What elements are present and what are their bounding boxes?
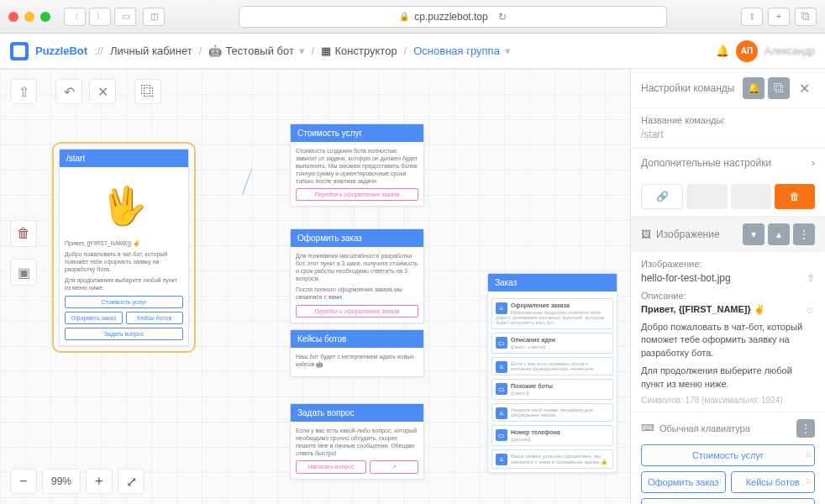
desc-label: Описание: (641, 291, 815, 301)
close-icon[interactable]: ✕ (793, 77, 815, 99)
text-icon: ≡ (496, 361, 507, 373)
drag-handle-icon[interactable]: ⠿ (806, 451, 811, 459)
grey-button[interactable] (731, 184, 771, 209)
url-bar[interactable]: 🔒 cp.puzzlebot.top ↻ (239, 6, 667, 28)
forward-button[interactable]: 〉 (89, 8, 111, 26)
sidebar-toggle[interactable]: ▭ (114, 8, 136, 26)
cancel-icon[interactable]: ✕ (89, 79, 116, 104)
node-button[interactable]: Написать вопрос (296, 460, 366, 474)
advanced-toggle[interactable]: Дополнительные настройки › (631, 148, 825, 177)
name-input[interactable]: /start (641, 129, 815, 140)
node-button[interactable]: Перейти к оформлению заказа (296, 305, 418, 318)
fit-screen-button[interactable]: ⤢ (118, 469, 145, 494)
duplicate-icon[interactable]: ⿻ (134, 79, 161, 104)
node-text: Для продолжения выберите любой пункт из … (65, 276, 183, 291)
text-icon: ≡ (496, 302, 507, 314)
crumb-bot[interactable]: 🤖 Тестовый бот ▾ (208, 45, 304, 57)
node-start[interactable]: /start 🖖 Привет, {[FIRST_NAME]} ✌️ Добро… (59, 149, 189, 346)
lock-icon: 🔒 (399, 12, 409, 21)
share-icon[interactable]: ⇪ (741, 8, 763, 26)
char-count: Символов: 178 (максимально: 1024) (641, 396, 815, 405)
undo-icon[interactable]: ↶ (55, 79, 82, 104)
upload-icon[interactable]: ⇧ (807, 272, 815, 284)
canvas-toolbar: ⇧ ↶ ✕ ⿻ (10, 79, 161, 104)
image-section-head[interactable]: 🖼 Изображение ▾ ▴ ⋮ (631, 217, 825, 252)
kb-button[interactable]: Кейсы ботов⠿ (731, 471, 816, 493)
bot-icon: 🤖 (208, 45, 222, 57)
canvas[interactable]: ⇧ ↶ ✕ ⿻ 🗑 ▣ − 99% + ⤢ (0, 69, 630, 504)
panel-title: Настройки команды (641, 82, 734, 94)
grid-icon: ▦ (321, 45, 331, 57)
nav-buttons: 〈 〉 ▭ (64, 8, 136, 26)
copy-icon[interactable]: ⿻ (768, 77, 790, 99)
chevron-down-icon: ▾ (299, 45, 305, 57)
frame-icon[interactable]: ▣ (10, 259, 37, 286)
brand-sep: :// (94, 45, 103, 57)
link-icon[interactable]: 🔗 (641, 184, 683, 209)
desc-text[interactable]: Для продолжения выберите любой пункт из … (641, 365, 815, 391)
logo-icon[interactable] (10, 42, 29, 60)
desc-text[interactable]: Добро пожаловать в чат-бот, который помо… (641, 321, 815, 360)
shield-icon[interactable]: ◫ (143, 8, 165, 26)
kb-button[interactable]: Стоимость услуг⠿ (641, 444, 815, 466)
more-icon[interactable]: ⋮ (793, 223, 815, 245)
node-button[interactable]: Стоимость услуг (65, 296, 183, 308)
username[interactable]: Александр (765, 45, 815, 57)
crumb-cabinet[interactable]: Личный кабинет (110, 45, 192, 57)
brand-text[interactable]: PuzzleBot (35, 45, 87, 57)
crumb-group[interactable]: Основная группа ▾ (413, 45, 511, 57)
chevron-down-icon: ▾ (505, 45, 511, 57)
node-text: Привет, {[FIRST_NAME]} ✌️ (65, 239, 183, 247)
bell-icon[interactable]: 🔔 (743, 77, 765, 99)
newtab-icon[interactable]: + (768, 8, 790, 26)
kb-button[interactable]: Оформить заказ⠿ (641, 471, 726, 493)
drag-handle-icon[interactable]: ⠿ (717, 478, 722, 486)
node-button[interactable]: Задать вопрос (65, 328, 183, 340)
node-button[interactable]: Кейсы ботов (126, 312, 184, 324)
image-filename[interactable]: hello-for-test-bot.jpg (641, 272, 731, 284)
node-question[interactable]: Задать вопрос Если у вас есть какой-либо… (290, 403, 424, 480)
bell-icon[interactable]: 🔔 (716, 45, 729, 57)
zoom-in-button[interactable]: + (86, 469, 113, 494)
node-text: После полного оформления заказа мы свяже… (296, 286, 418, 301)
image-icon: 🖼 (641, 228, 651, 240)
url-text: cp.puzzlebot.top (414, 11, 487, 23)
node-order[interactable]: Оформить заказ Для понимания масштабност… (290, 228, 424, 323)
node-button[interactable]: Перейти к оформлению заказа (296, 188, 418, 201)
node-title: Кейсы ботов (291, 330, 423, 348)
tabs-icon[interactable]: ⿻ (795, 8, 817, 26)
zoom-out-button[interactable]: − (10, 469, 37, 494)
crumb-constructor[interactable]: ▦ Конструктор (321, 45, 397, 57)
back-button[interactable]: 〈 (64, 8, 86, 26)
maximize-window[interactable] (40, 12, 50, 22)
upload-icon[interactable]: ⇧ (10, 79, 37, 104)
kb-button[interactable]: Задать вопрос⠿ (641, 498, 815, 504)
avatar[interactable]: АП (736, 40, 758, 62)
refresh-icon[interactable]: ↻ (498, 11, 507, 23)
node-cost[interactable]: Стоимость услуг Стоимость создания бота … (290, 123, 424, 207)
node-zakaz[interactable]: Заказ ≡Оформление заказаМаксимально подр… (487, 273, 617, 473)
delete-button[interactable]: 🗑 (775, 184, 815, 209)
minimize-window[interactable] (24, 12, 34, 22)
node-title: /start (60, 150, 188, 167)
traffic-lights (8, 12, 50, 22)
more-icon[interactable]: ⋮ (796, 419, 815, 438)
node-title: Стоимость услуг (291, 124, 423, 142)
desc-greeting[interactable]: Привет, {[FIRST_NAME]} ✌️ (641, 304, 765, 316)
chevron-up-icon[interactable]: ▴ (768, 223, 790, 245)
trash-icon[interactable]: 🗑 (10, 220, 37, 247)
close-window[interactable] (8, 12, 18, 22)
chevron-down-icon[interactable]: ▾ (743, 223, 765, 245)
name-label: Название команды: (641, 115, 815, 125)
node-text: Наш бот будет с нетерпением ждать новых … (296, 353, 418, 368)
vulcan-emoji: 🖖 (65, 172, 183, 239)
node-button[interactable]: Оформить заказ (65, 312, 123, 324)
side-tools: 🗑 ▣ (10, 220, 37, 286)
link-out-icon[interactable]: ↗ (370, 460, 418, 474)
drag-handle-icon[interactable]: ⠿ (806, 478, 811, 486)
node-cases[interactable]: Кейсы ботов Наш бот будет с нетерпением … (290, 329, 424, 377)
grey-button[interactable] (686, 184, 727, 209)
emoji-picker-icon[interactable]: ☺ (805, 304, 815, 316)
image-label: Изображение: (641, 259, 815, 269)
zoom-value[interactable]: 99% (42, 469, 81, 494)
